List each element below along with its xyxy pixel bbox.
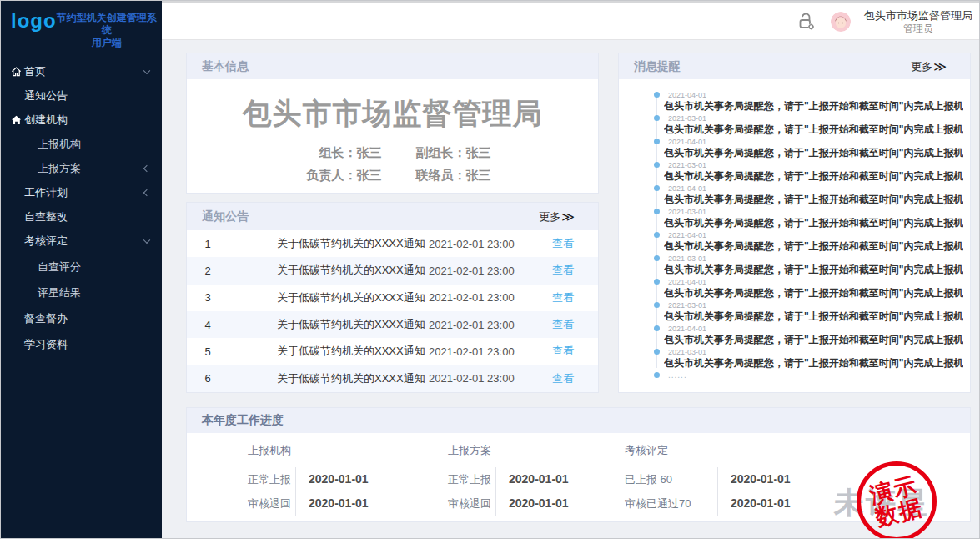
timeline-item: 2021-03-01 包头市机关事务局提醒您，请于"上报开始和截至时间"内完成上… <box>654 348 963 369</box>
notice-title: 关于低碳节约机关的XXXX通知 <box>229 290 429 305</box>
message-date: 2021-03-01 <box>668 208 963 216</box>
sidebar-item-assessment[interactable]: 考核评定 <box>1 229 162 253</box>
notice-more-link[interactable]: 更多 ≫ <box>539 209 575 224</box>
app-window: logo 节约型机关创建管理系统 用户端 首页 通知公告 创建机构 <box>0 0 980 539</box>
message-text: 包头市机关事务局提醒您，请于"上报开始和截至时间"内完成上报机构 <box>664 311 963 322</box>
user-menu[interactable]: 包头市市场监督管理局 管理员 <box>864 8 972 35</box>
panel-title: 基本信息 <box>202 59 249 74</box>
message-more-link[interactable]: 更多 ≫ <box>911 59 947 74</box>
home-icon <box>10 65 23 78</box>
message-panel: 消息提醒 更多 ≫ 2021-04-01 包头市机关事务局提醒您，请于"上报开始… <box>618 53 971 393</box>
message-date: 2021-03-01 <box>668 114 963 123</box>
org-fields: 组长： 张三 副组长： 张三 负责人： 张三 联络员： 张三 <box>187 145 598 184</box>
message-text: 包头市机关事务局提醒您，请于"上报开始和截至时间"内完成上报机构 <box>664 124 963 135</box>
basic-info-header: 基本信息 <box>187 53 598 79</box>
timeline-dot-icon <box>654 255 660 261</box>
sidebar-item-study-materials[interactable]: 学习资料 <box>1 332 162 356</box>
row-label: 正常上报 <box>248 467 295 491</box>
demo-data-stamp: 演示 数据 <box>857 461 937 539</box>
row-index: 4 <box>187 319 229 331</box>
row-value: 2020-01-01 <box>295 467 369 491</box>
sidebar-item-label: 工作计划 <box>24 185 68 200</box>
sidebar-item-star-rating[interactable]: 评星结果 <box>1 280 162 305</box>
lock-settings-icon[interactable] <box>796 11 817 33</box>
timeline-ellipsis-item: ...... <box>654 371 963 381</box>
field-leader: 组长： 张三 <box>294 145 382 161</box>
timeline-dot-icon <box>654 232 660 238</box>
brand-title-line1: 节约型机关创建管理系统 <box>57 12 157 36</box>
sidebar-item-self-score[interactable]: 自查评分 <box>1 254 162 279</box>
sidebar-item-label: 学习资料 <box>24 337 68 352</box>
message-date: 2021-03-01 <box>668 348 963 356</box>
double-chevron-right-icon: ≫ <box>933 60 947 73</box>
view-link[interactable]: 查看 <box>541 236 598 251</box>
message-date: 2021-03-01 <box>668 161 963 169</box>
topbar: 包头市市场监督管理局 管理员 <box>162 1 980 40</box>
notice-time: 2021-02-01 23:00 <box>429 264 541 277</box>
message-date: 2021-04-01 <box>668 325 963 333</box>
message-header: 消息提醒 更多 ≫ <box>619 53 970 79</box>
user-role: 管理员 <box>864 23 972 35</box>
row-value: 2020-01-01 <box>717 467 791 491</box>
timeline-item: 2021-03-01 包头市机关事务局提醒您，请于"上报开始和截至时间"内完成上… <box>654 114 963 135</box>
timeline-dot-icon <box>654 209 660 214</box>
view-link[interactable]: 查看 <box>541 371 598 386</box>
message-timeline: 2021-04-01 包头市机关事务局提醒您，请于"上报开始和截至时间"内完成上… <box>654 91 963 381</box>
timeline-dot-icon <box>654 302 660 308</box>
field-liaison: 联络员： 张三 <box>404 168 491 184</box>
group-title: 上报机构 <box>248 443 369 458</box>
sidebar-item-supervision[interactable]: 督查督办 <box>1 306 162 330</box>
notice-time: 2021-02-01 23:00 <box>429 238 541 250</box>
progress-group-assessment: 考核评定 已上报 60 2020-01-01 审核已通过70 2020-01-0… <box>625 443 791 516</box>
timeline-dot-icon <box>654 349 660 355</box>
message-text: 包头市机关事务局提醒您，请于"上报开始和截至时间"内完成上报机构 <box>664 241 963 252</box>
sidebar-item-notice-board[interactable]: 通知公告 <box>1 83 162 108</box>
brand-title: 节约型机关创建管理系统 用户端 <box>57 9 157 49</box>
timeline-item: 2021-03-01 包头市机关事务局提醒您，请于"上报开始和截至时间"内完成上… <box>654 208 963 229</box>
notice-title: 关于低碳节约机关的XXXX通知 <box>229 317 429 332</box>
chevron-left-icon <box>143 164 150 171</box>
group-rows: 正常上报 2020-01-01 审核退回 2020-01-01 <box>248 467 369 516</box>
message-text: 包头市机关事务局提醒您，请于"上报开始和截至时间"内完成上报机构 <box>664 194 963 205</box>
message-date: 2021-04-01 <box>668 231 963 239</box>
view-link[interactable]: 查看 <box>541 317 598 332</box>
basic-info-panel: 基本信息 包头市市场监督管理局 组长： 张三 副组长： 张三 负责人： 张三 联… <box>186 53 599 194</box>
stamp-text: 演示 数据 <box>867 473 926 530</box>
double-chevron-right-icon: ≫ <box>561 210 575 223</box>
table-row: 4 关于低碳节约机关的XXXX通知 2021-02-01 23:00 查看 <box>187 311 598 338</box>
timeline-item: 2021-04-01 包头市机关事务局提醒您，请于"上报开始和截至时间"内完成上… <box>654 325 963 345</box>
row-label: 审核退回 <box>248 491 295 516</box>
sidebar-item-label: 自查评分 <box>38 259 81 275</box>
view-link[interactable]: 查看 <box>541 263 598 278</box>
message-text: 包头市机关事务局提醒您，请于"上报开始和截至时间"内完成上报机构 <box>664 148 963 159</box>
view-link[interactable]: 查看 <box>541 344 598 359</box>
timeline-item: 2021-03-01 包头市机关事务局提醒您，请于"上报开始和截至时间"内完成上… <box>654 301 963 322</box>
sidebar-item-work-plan[interactable]: 工作计划 <box>1 180 162 204</box>
field-label: 负责人： <box>294 168 357 184</box>
group-rows: 正常上报 2020-01-01 审核退回 2020-01-01 <box>448 467 569 516</box>
sidebar-item-report-org[interactable]: 上报机构 <box>1 132 162 156</box>
row-value: 2020-01-01 <box>295 491 369 516</box>
notice-title: 关于低碳节约机关的XXXX通知 <box>229 236 429 251</box>
sidebar-item-label: 考核评定 <box>24 234 68 249</box>
field-label: 副组长： <box>404 145 466 161</box>
message-date: 2021-04-01 <box>668 91 963 99</box>
notice-time: 2021-02-01 23:00 <box>429 319 541 331</box>
sidebar-item-label: 上报机构 <box>38 137 81 152</box>
sidebar-item-report-plan[interactable]: 上报方案 <box>1 156 162 180</box>
view-link[interactable]: 查看 <box>541 290 598 305</box>
basic-info-body: 包头市市场监督管理局 组长： 张三 副组长： 张三 负责人： 张三 联络员： 张… <box>187 79 598 184</box>
sidebar-item-self-inspection[interactable]: 自查整改 <box>1 204 162 229</box>
timeline-item: 2021-04-01 包头市机关事务局提醒您，请于"上报开始和截至时间"内完成上… <box>654 184 963 205</box>
notice-time: 2021-02-01 23:00 <box>429 372 541 385</box>
timeline-dot-icon <box>654 162 660 168</box>
sidebar-item-label: 评星结果 <box>38 285 81 300</box>
sidebar-item-label: 督查督办 <box>24 311 68 326</box>
progress-panel: 本年度工作进度 上报机构 正常上报 2020-01-01 审核退回 2020-0… <box>186 407 971 522</box>
avatar[interactable] <box>831 12 851 32</box>
row-index: 2 <box>187 264 229 277</box>
notice-title: 关于低碳节约机关的XXXX通知 <box>229 344 429 359</box>
sidebar-item-label: 首页 <box>24 64 46 79</box>
sidebar-item-create-org[interactable]: 创建机构 <box>1 108 162 132</box>
sidebar-item-home[interactable]: 首页 <box>1 59 162 83</box>
